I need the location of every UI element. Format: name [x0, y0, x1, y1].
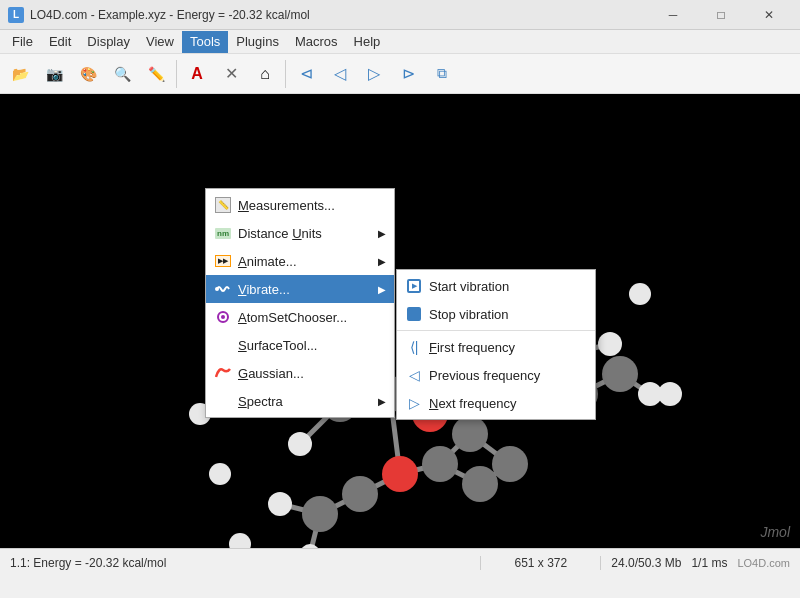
svg-point-42: [492, 446, 528, 482]
previous-frequency-label: Previous frequency: [429, 368, 587, 383]
nav-start-button[interactable]: ⊲: [290, 58, 322, 90]
start-vibration-label: Start vibration: [429, 279, 587, 294]
start-vibration[interactable]: Start vibration: [397, 272, 595, 300]
menu-edit[interactable]: Edit: [41, 31, 79, 53]
previous-frequency-icon: ◁: [405, 366, 423, 384]
open-button[interactable]: 📂: [4, 58, 36, 90]
nav-next-button[interactable]: ▷: [358, 58, 390, 90]
bond-button[interactable]: ✕: [215, 58, 247, 90]
next-frequency[interactable]: ▷ Next frequency: [397, 389, 595, 417]
menu-gaussian[interactable]: Gaussian...: [206, 359, 394, 387]
svg-point-48: [638, 382, 662, 406]
svg-point-49: [215, 287, 219, 291]
spectra-label: Spectra: [238, 394, 378, 409]
menu-vibrate[interactable]: Vibrate... ▶: [206, 275, 394, 303]
menu-view[interactable]: View: [138, 31, 182, 53]
menu-surfacetool[interactable]: SurfaceTool...: [206, 331, 394, 359]
spectra-submenu-arrow: ▶: [378, 396, 386, 407]
statusbar-dimensions: 651 x 372: [481, 556, 601, 570]
edit-button[interactable]: ✏️: [140, 58, 172, 90]
vibrate-separator: [397, 330, 595, 331]
nav-clone-button[interactable]: ⧉: [426, 58, 458, 90]
open-icon: 📂: [10, 64, 30, 84]
search-icon: 🔍: [112, 64, 132, 84]
home-icon: ⌂: [255, 64, 275, 84]
vibrate-submenu-arrow: ▶: [378, 284, 386, 295]
svg-point-39: [342, 476, 378, 512]
stop-vibration-icon: [405, 305, 423, 323]
nav-end-button[interactable]: ⊳: [392, 58, 424, 90]
search-button[interactable]: 🔍: [106, 58, 138, 90]
menu-spectra[interactable]: Spectra ▶: [206, 387, 394, 415]
menu-plugins[interactable]: Plugins: [228, 31, 287, 53]
home-button[interactable]: ⌂: [249, 58, 281, 90]
first-frequency[interactable]: ⟨| First frequency: [397, 333, 595, 361]
measurements-icon: 📏: [214, 196, 232, 214]
close-button[interactable]: ✕: [746, 0, 792, 30]
spectra-icon: [214, 392, 232, 410]
camera-icon: 📷: [44, 64, 64, 84]
menu-animate[interactable]: ▶▶ Animate... ▶: [206, 247, 394, 275]
menu-file[interactable]: File: [4, 31, 41, 53]
svg-point-20: [288, 432, 312, 456]
svg-point-47: [602, 356, 638, 392]
measure-button[interactable]: A: [181, 58, 213, 90]
maximize-button[interactable]: □: [698, 0, 744, 30]
next-frequency-label: Next frequency: [429, 396, 587, 411]
surfacetool-label: SurfaceTool...: [238, 338, 386, 353]
statusbar-info: 24.0/50.3 Mb 1/1 ms LO4D.com: [601, 556, 800, 570]
stop-vibration-label: Stop vibration: [429, 307, 587, 322]
tools-menu: 📏 Measurements... nm Distance Units ▶ ▶▶…: [205, 188, 395, 418]
menubar: File Edit Display View Tools Plugins Mac…: [0, 30, 800, 54]
svg-point-22: [268, 492, 292, 516]
atomset-icon: [214, 308, 232, 326]
distance-units-label: Distance Units: [238, 226, 378, 241]
statusbar: 1.1: Energy = -20.32 kcal/mol 651 x 372 …: [0, 548, 800, 576]
surfacetool-icon: [214, 336, 232, 354]
window-title: LO4D.com - Example.xyz - Energy = -20.32…: [30, 8, 650, 22]
animate-label: Animate...: [238, 254, 378, 269]
menu-macros[interactable]: Macros: [287, 31, 346, 53]
titlebar: L LO4D.com - Example.xyz - Energy = -20.…: [0, 0, 800, 30]
menu-tools[interactable]: Tools: [182, 31, 228, 53]
color-button[interactable]: 🎨: [72, 58, 104, 90]
menu-measurements[interactable]: 📏 Measurements...: [206, 191, 394, 219]
brand-label: LO4D.com: [737, 557, 790, 569]
previous-frequency[interactable]: ◁ Previous frequency: [397, 361, 595, 389]
svg-point-28: [629, 283, 651, 305]
camera-button[interactable]: 📷: [38, 58, 70, 90]
vibrate-label: Vibrate...: [238, 282, 378, 297]
gaussian-label: Gaussian...: [238, 366, 386, 381]
toolbar: 📂 📷 🎨 🔍 ✏️ A ✕ ⌂ ⊲ ◁ ▷ ⊳ ⧉: [0, 54, 800, 94]
app-icon: L: [8, 7, 24, 23]
energy-value: -20.32 kcal/mol: [85, 556, 166, 570]
animate-submenu-arrow: ▶: [378, 256, 386, 267]
minimize-button[interactable]: ─: [650, 0, 696, 30]
menu-distance-units[interactable]: nm Distance Units ▶: [206, 219, 394, 247]
first-frequency-icon: ⟨|: [405, 338, 423, 356]
svg-point-21: [598, 332, 622, 356]
play-icon: [407, 279, 421, 293]
vibrate-submenu: Start vibration Stop vibration ⟨| First …: [396, 269, 596, 420]
first-freq-arrow: ⟨|: [410, 339, 419, 355]
nav-start-icon: ⊲: [296, 64, 316, 84]
menu-display[interactable]: Display: [79, 31, 138, 53]
menu-help[interactable]: Help: [346, 31, 389, 53]
statusbar-energy: 1.1: Energy = -20.32 kcal/mol: [0, 556, 481, 570]
svg-point-30: [382, 456, 418, 492]
svg-point-40: [302, 496, 338, 532]
titlebar-buttons: ─ □ ✕: [650, 0, 792, 30]
toolbar-separator-1: [176, 60, 177, 88]
main-viewport[interactable]: Jmol 📏 Measurements... nm Distance Units…: [0, 94, 800, 548]
nav-prev-icon: ◁: [330, 64, 350, 84]
submenu-arrow: ▶: [378, 228, 386, 239]
svg-point-41: [462, 466, 498, 502]
nav-end-icon: ⊳: [398, 64, 418, 84]
svg-point-37: [452, 416, 488, 452]
stop-vibration[interactable]: Stop vibration: [397, 300, 595, 328]
toolbar-separator-2: [285, 60, 286, 88]
edit-icon: ✏️: [146, 64, 166, 84]
menu-atomset[interactable]: AtomSetChooser...: [206, 303, 394, 331]
next-frequency-icon: ▷: [405, 394, 423, 412]
nav-prev-button[interactable]: ◁: [324, 58, 356, 90]
